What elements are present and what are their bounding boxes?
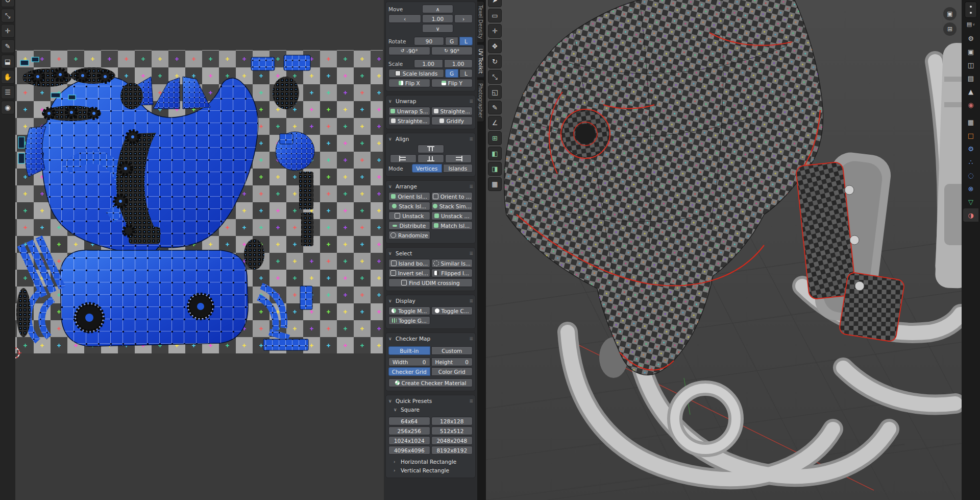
align-section-header[interactable]: ∨ Align ≣ bbox=[387, 135, 474, 144]
scale-islands-button[interactable]: Scale Islands bbox=[388, 69, 444, 78]
move-down-button[interactable]: ∨ bbox=[422, 24, 453, 33]
scale-islands-local-button[interactable]: L bbox=[459, 69, 473, 78]
tab-constraints[interactable]: ⊗ bbox=[963, 182, 978, 195]
viewport-3d[interactable]: ➤ ▭ ✛ ✥ ↻ ⤡ ◱ ✎ ∠ ⊞ ◧ ◨ ▦ ▣ ⊞ bbox=[486, 0, 962, 500]
tab-particles[interactable]: ∴ bbox=[963, 155, 978, 169]
bevel-tool[interactable]: ▦ bbox=[488, 177, 502, 191]
square-subsection-header[interactable]: ∨ Square bbox=[393, 406, 474, 414]
move-left-button[interactable]: ‹ bbox=[388, 14, 421, 23]
tab-physics[interactable]: ◌ bbox=[963, 169, 978, 182]
annotate-tool[interactable]: ✎ bbox=[1, 39, 15, 53]
toggle-color-button[interactable]: Toggle C... bbox=[431, 306, 473, 315]
rotate-tool[interactable]: ↻ bbox=[488, 55, 502, 68]
vertical-rectangle-header[interactable]: › Vertical Rectangle bbox=[393, 466, 474, 475]
distribute-button[interactable]: Distribute bbox=[388, 221, 430, 230]
similar-islands-button[interactable]: Similar Is... bbox=[431, 259, 473, 268]
rotate-cw-button[interactable]: ↻90° bbox=[431, 46, 473, 55]
measure-tool[interactable]: ∠ bbox=[488, 116, 502, 130]
straighten-island-button[interactable]: Straighte... bbox=[388, 116, 430, 125]
scale-islands-global-button[interactable]: G bbox=[445, 69, 458, 78]
drag-handle-icon[interactable]: ≣ bbox=[469, 99, 473, 104]
tweak-tool[interactable]: ➤ bbox=[488, 0, 502, 7]
tab-uv-toolkit[interactable]: UV Toolkit bbox=[477, 44, 484, 78]
checker-grid-button[interactable]: Checker Grid bbox=[388, 367, 430, 376]
drag-handle-icon[interactable]: ≣ bbox=[469, 184, 473, 189]
tab-texel-density[interactable]: Texel Density bbox=[477, 1, 484, 43]
unstack-button[interactable]: Unstack bbox=[388, 211, 430, 220]
inset-tool[interactable]: ◨ bbox=[488, 162, 502, 176]
viewport-shading-pill[interactable] bbox=[965, 2, 977, 18]
unstack-similar-button[interactable]: Unstack ... bbox=[431, 211, 473, 220]
tab-modifiers[interactable]: ⚙ bbox=[963, 142, 978, 155]
rotate-local-button[interactable]: L bbox=[459, 37, 473, 45]
tab-output[interactable]: ◫ bbox=[963, 58, 978, 72]
align-mode-islands[interactable]: Islands bbox=[443, 164, 473, 173]
toggle-grid-button[interactable]: Toggle G... bbox=[388, 316, 430, 325]
select-section-header[interactable]: ∨ Select ≣ bbox=[387, 249, 474, 258]
drag-handle-icon[interactable]: ≣ bbox=[469, 336, 473, 341]
preset-512-button[interactable]: 512x512 bbox=[431, 426, 473, 435]
tab-object-data[interactable]: ▽ bbox=[963, 195, 978, 208]
preset-1024-button[interactable]: 1024x1024 bbox=[388, 436, 430, 445]
create-checker-material-button[interactable]: Create Checker Material bbox=[388, 378, 473, 387]
move-distance-field[interactable]: 1.00 bbox=[422, 14, 453, 23]
flip-x-button[interactable]: Flip X bbox=[388, 79, 430, 87]
scale-tool[interactable]: ⤡ bbox=[1, 9, 15, 22]
match-islands-button[interactable]: Match Isl... bbox=[431, 221, 473, 230]
checker-builtin-button[interactable]: Built-in bbox=[388, 346, 430, 355]
preset-4096-button[interactable]: 4096x4096 bbox=[388, 446, 430, 455]
rotate-global-button[interactable]: G bbox=[445, 37, 458, 45]
orient-to-edge-button[interactable]: Orient to ... bbox=[431, 192, 473, 201]
stack-islands-button[interactable]: Stack Isl... bbox=[388, 202, 430, 210]
preset-2048-button[interactable]: 2048x2048 bbox=[431, 436, 473, 445]
twist-tool[interactable]: ◉ bbox=[1, 101, 15, 114]
rotate-angle-field[interactable]: 90 bbox=[414, 37, 444, 45]
move-up-button[interactable]: ∧ bbox=[422, 5, 453, 13]
unwrap-section-header[interactable]: ∨ Unwrap ≣ bbox=[387, 97, 474, 106]
drag-handle-icon[interactable]: ≣ bbox=[469, 251, 473, 256]
rotate-ccw-button[interactable]: ↺-90° bbox=[388, 46, 430, 55]
move-right-button[interactable]: › bbox=[454, 14, 473, 23]
grab-tool[interactable]: ✋ bbox=[1, 70, 15, 84]
uv-island-band[interactable] bbox=[60, 250, 248, 346]
quick-presets-header[interactable]: ∨ Quick Presets ≣ bbox=[387, 397, 474, 406]
editor-type-selector[interactable]: ▤ ∨ bbox=[967, 21, 975, 28]
straighten-button[interactable]: Straighte... bbox=[431, 107, 473, 115]
scale-x-field[interactable]: 1.00 bbox=[414, 59, 443, 68]
transform-tool[interactable]: ✛ bbox=[1, 24, 15, 38]
drag-handle-icon[interactable]: ≣ bbox=[469, 136, 473, 141]
checker-height-field[interactable]: Height0 bbox=[431, 358, 473, 366]
gridify-button[interactable]: Gridify bbox=[431, 116, 473, 125]
orient-islands-button[interactable]: Orient Isl... bbox=[388, 192, 430, 201]
cursor-tool[interactable]: ✛ bbox=[488, 24, 502, 38]
island-border-button[interactable]: Island bo... bbox=[388, 259, 430, 268]
stack-similar-button[interactable]: Stack Sim... bbox=[431, 202, 473, 210]
find-udim-crossing-button[interactable]: Find UDIM crossing bbox=[388, 278, 473, 287]
tab-material[interactable]: ◑ bbox=[963, 208, 978, 222]
annotate-tool[interactable]: ✎ bbox=[488, 101, 502, 114]
checker-width-field[interactable]: Width0 bbox=[388, 358, 430, 366]
horizontal-rectangle-header[interactable]: › Horizontal Rectangle bbox=[393, 458, 474, 466]
add-cube-tool[interactable]: ⊞ bbox=[488, 131, 502, 145]
unwrap-selected-button[interactable]: Unwrap S... bbox=[388, 107, 430, 115]
display-section-header[interactable]: ∨ Display ≣ bbox=[387, 297, 474, 305]
tab-collection[interactable]: ▦ bbox=[963, 115, 978, 129]
tab-render[interactable]: ▣ bbox=[963, 45, 978, 58]
arrange-section-header[interactable]: ∨ Arrange ≣ bbox=[387, 182, 474, 191]
invert-selection-button[interactable]: Invert sel... bbox=[388, 269, 430, 277]
drag-handle-icon[interactable]: ≣ bbox=[469, 398, 473, 403]
align-bottom-button[interactable] bbox=[418, 154, 444, 163]
preset-128-button[interactable]: 128x128 bbox=[431, 417, 473, 425]
extrude-tool[interactable]: ◧ bbox=[488, 147, 502, 160]
color-grid-button[interactable]: Color Grid bbox=[431, 367, 473, 376]
relax-tool[interactable]: ⬓ bbox=[1, 55, 15, 68]
align-right-button[interactable] bbox=[445, 154, 472, 163]
tab-world[interactable]: ◉ bbox=[963, 98, 978, 111]
scale-y-field[interactable]: 1.00 bbox=[444, 59, 473, 68]
camera-view-button[interactable]: ▣ bbox=[943, 7, 957, 20]
toggle-material-button[interactable]: Toggle M... bbox=[388, 306, 430, 315]
flip-y-button[interactable]: Flip Y bbox=[431, 79, 473, 87]
tab-scene[interactable]: ▲ bbox=[963, 85, 978, 98]
preset-8192-button[interactable]: 8192x8192 bbox=[431, 446, 473, 455]
move-tool[interactable]: ✥ bbox=[488, 39, 502, 53]
